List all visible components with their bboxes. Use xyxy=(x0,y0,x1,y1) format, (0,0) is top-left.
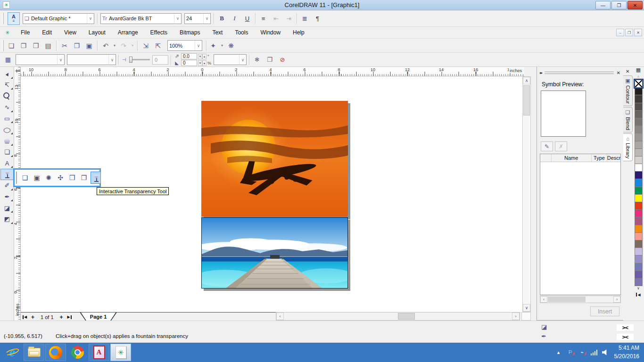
color-swatch[interactable] xyxy=(635,148,643,156)
column-header[interactable] xyxy=(540,154,552,162)
transparency-midpoint-slider[interactable] xyxy=(129,59,150,60)
column-header[interactable]: Type xyxy=(592,154,608,162)
column-header[interactable]: Descr xyxy=(607,154,620,162)
bullet-list-button[interactable]: ≣ xyxy=(300,13,310,24)
color-swatch[interactable] xyxy=(635,271,643,279)
docker-grab-handle[interactable] xyxy=(545,72,614,74)
minimize-button[interactable]: — xyxy=(595,1,611,9)
menu-item[interactable]: Layout xyxy=(83,28,112,37)
chevron-down-icon[interactable]: ∨ xyxy=(87,14,94,24)
shape-tool[interactable]: ↸ xyxy=(0,80,14,91)
docker-close-icon[interactable]: ✕ xyxy=(617,70,620,75)
redo-caret-icon[interactable]: ▾ xyxy=(130,40,135,51)
child-restore-button[interactable]: ❐ xyxy=(625,29,633,36)
underline-button[interactable]: U xyxy=(242,13,252,24)
coreldraw-taskbar-icon[interactable]: ✳ xyxy=(110,344,131,361)
menu-item[interactable]: Window xyxy=(254,28,287,37)
angle-value-field[interactable]: 0.0 xyxy=(181,53,197,59)
color-swatch[interactable] xyxy=(635,247,643,255)
menu-item[interactable]: Bitmaps xyxy=(173,28,206,37)
color-swatch[interactable] xyxy=(635,179,643,187)
acrobat-icon[interactable]: A xyxy=(89,344,109,361)
transparency-target-dropdown[interactable]: ∨ xyxy=(214,54,247,65)
interactive-envelope-tool[interactable]: ✣ xyxy=(55,172,66,184)
interactive-extrude-tool[interactable]: ❒ xyxy=(67,172,77,184)
docker-horizontal-scrollbar[interactable]: ‹ › xyxy=(540,296,621,303)
basic-shapes-tool[interactable]: ❏ xyxy=(0,147,14,158)
symbol-list[interactable]: NameTypeDescr xyxy=(540,154,621,295)
spin-down-icon[interactable]: ▼ xyxy=(198,54,202,59)
color-swatch[interactable] xyxy=(635,202,643,210)
undo-icon[interactable]: ↶ xyxy=(100,40,111,51)
show-formatting-button[interactable]: ¶ xyxy=(313,13,322,24)
chrome-icon[interactable] xyxy=(67,344,88,361)
text-style-button[interactable]: A ≡ xyxy=(8,12,20,25)
fill-tool[interactable]: ◪ xyxy=(0,202,14,214)
restore-button[interactable]: ❐ xyxy=(611,1,627,9)
scroll-right-icon[interactable]: › xyxy=(613,296,620,303)
menu-item[interactable]: Effects xyxy=(144,28,173,37)
polygon-tool[interactable] xyxy=(0,135,14,147)
firefox-icon[interactable] xyxy=(45,344,66,361)
tab-blend[interactable]: ❏ Blend xyxy=(623,107,633,132)
clear-transparency-icon[interactable]: ⊘ xyxy=(277,55,288,65)
no-color-swatch[interactable] xyxy=(635,80,643,88)
menu-item[interactable]: Edit xyxy=(36,28,58,37)
add-page-before-button[interactable]: + xyxy=(29,313,37,321)
font-size-dropdown[interactable]: 24 ∨ xyxy=(184,13,211,24)
separator[interactable] xyxy=(55,40,58,51)
chevron-down-icon[interactable]: ∨ xyxy=(203,14,210,24)
last-page-button[interactable]: ▶ xyxy=(66,313,74,321)
scrollbar-thumb[interactable] xyxy=(523,85,530,115)
edit-symbol-button[interactable]: ✎ xyxy=(541,141,553,151)
interactive-drop-shadow-tool[interactable]: ❐ xyxy=(79,172,89,184)
bold-button[interactable]: B xyxy=(217,13,227,24)
vertical-ruler[interactable]: 121086420 inches xyxy=(14,67,21,321)
color-swatch[interactable] xyxy=(635,187,643,195)
menu-item[interactable]: File xyxy=(15,28,36,37)
print-icon[interactable]: ▤ xyxy=(42,40,54,51)
show-hidden-icons[interactable]: ▴ xyxy=(555,349,562,355)
slider-knob[interactable] xyxy=(129,57,132,63)
import-icon[interactable]: ⇲ xyxy=(140,40,151,51)
color-swatch[interactable] xyxy=(635,225,643,233)
vertical-scrollbar[interactable]: ∧ ∨ xyxy=(522,76,531,312)
interactive-contour-tool[interactable]: ▣ xyxy=(32,172,42,184)
decrease-indent-button[interactable]: ⇤ xyxy=(271,13,281,24)
edge-pad-value-field[interactable]: 0 xyxy=(181,60,197,66)
menu-item[interactable]: View xyxy=(58,28,83,37)
close-button[interactable]: ✕ xyxy=(627,1,643,9)
first-page-button[interactable]: ◀ xyxy=(21,313,29,321)
action-center-icon[interactable]: ⚐✗ xyxy=(567,349,574,355)
spin-down-icon[interactable]: ▼ xyxy=(198,60,202,66)
color-swatch[interactable] xyxy=(635,118,643,126)
scroll-left-icon[interactable]: ‹ xyxy=(540,296,547,303)
horizontal-alignment-button[interactable]: ≡ xyxy=(258,13,268,24)
zoom-level-dropdown[interactable]: 100% ∨ xyxy=(167,40,202,51)
menu-item[interactable]: Help xyxy=(287,28,311,37)
taskbar-clock[interactable]: 5:41 AM 5/20/2016 xyxy=(614,344,639,361)
palette-scroll-down-icon[interactable]: ∨ xyxy=(637,286,640,292)
paste-icon[interactable]: ▣ xyxy=(83,40,95,51)
file-explorer-icon[interactable] xyxy=(24,344,44,361)
freeze-transparency-icon[interactable]: ❄ xyxy=(252,55,262,65)
corel-graphics-community-icon[interactable]: ❋ xyxy=(225,40,237,51)
copy-transparency-icon[interactable]: ❐ xyxy=(264,55,275,65)
menu-item[interactable]: Text xyxy=(206,28,229,37)
color-swatch[interactable] xyxy=(635,95,643,103)
italic-button[interactable]: I xyxy=(230,13,239,24)
color-swatch[interactable] xyxy=(635,171,643,179)
color-swatch[interactable] xyxy=(635,133,643,141)
beach-pier-image[interactable] xyxy=(201,217,348,288)
text-tool[interactable]: A xyxy=(0,158,14,169)
undo-caret-icon[interactable]: ▾ xyxy=(112,40,117,51)
color-swatch[interactable] xyxy=(635,156,643,164)
separator[interactable] xyxy=(136,40,139,51)
chevron-down-icon[interactable]: ∨ xyxy=(195,41,202,50)
ellipse-tool[interactable]: ◯ xyxy=(0,124,14,135)
ruler-origin-icon[interactable]: ✛ xyxy=(15,68,18,74)
scrollbar-thumb[interactable] xyxy=(548,296,586,302)
outline-tool[interactable]: ✒ xyxy=(0,191,14,203)
chevron-down-icon[interactable]: ∨ xyxy=(174,14,181,24)
color-swatch[interactable] xyxy=(635,278,643,286)
